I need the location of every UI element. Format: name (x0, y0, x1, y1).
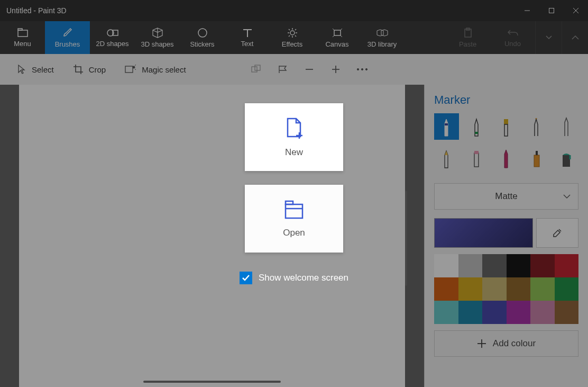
svg-rect-49 (286, 201, 293, 204)
open-button[interactable]: Open (245, 185, 343, 253)
show-welcome-label: Show welcome screen (259, 273, 348, 283)
new-label: New (285, 147, 303, 158)
svg-rect-48 (286, 204, 302, 218)
new-button[interactable]: New (245, 103, 343, 171)
check-icon (241, 273, 251, 283)
show-welcome-checkbox[interactable] (240, 272, 252, 284)
welcome-overlay: New Open Show welcome screen (0, 0, 588, 387)
open-label: Open (283, 228, 305, 238)
open-folder-icon (282, 199, 306, 220)
new-document-icon (283, 116, 305, 140)
show-welcome-row[interactable]: Show welcome screen (240, 272, 348, 284)
